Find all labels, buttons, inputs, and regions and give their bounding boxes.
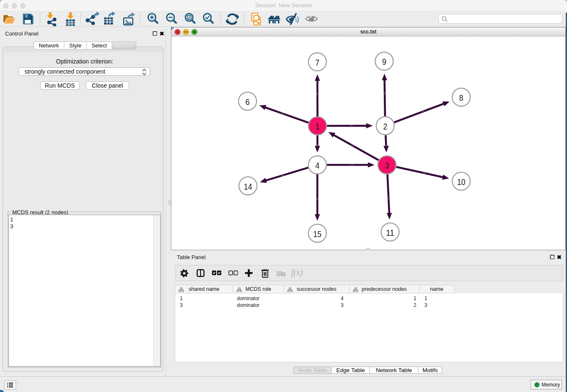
svg-text:1: 1 xyxy=(315,121,319,131)
svg-text:11: 11 xyxy=(386,228,394,237)
svg-text:7: 7 xyxy=(315,58,319,67)
svg-text:3: 3 xyxy=(385,160,389,170)
svg-text:10: 10 xyxy=(457,177,465,187)
svg-text:4: 4 xyxy=(315,160,319,170)
svg-text:9: 9 xyxy=(382,57,386,66)
svg-text:2: 2 xyxy=(383,121,387,131)
svg-text:8: 8 xyxy=(459,93,463,102)
svg-text:14: 14 xyxy=(244,182,252,191)
svg-text:6: 6 xyxy=(245,97,250,107)
svg-text:15: 15 xyxy=(313,229,322,239)
